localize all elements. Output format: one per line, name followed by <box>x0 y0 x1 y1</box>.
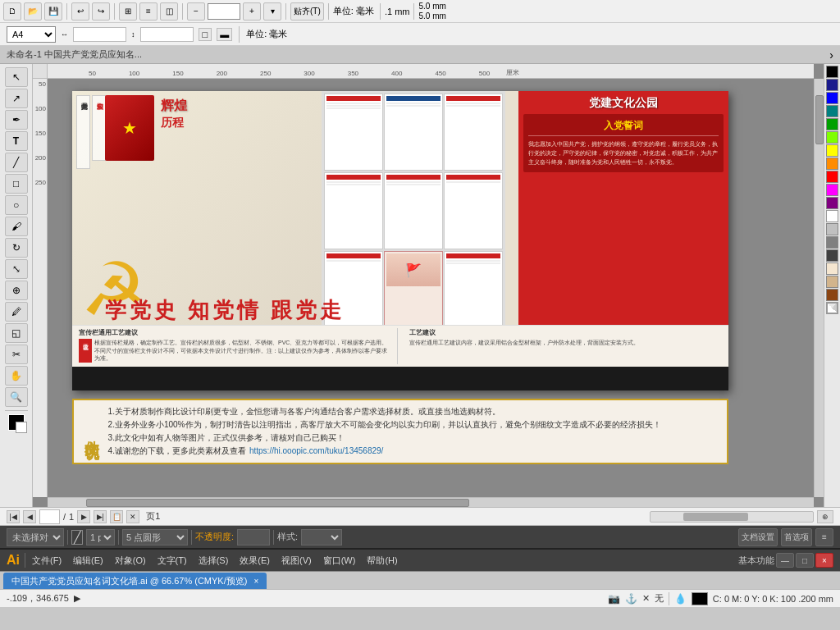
coords-triangle[interactable]: ▶ <box>74 593 80 604</box>
align-btn[interactable]: ≡ <box>139 2 158 21</box>
color-magenta[interactable] <box>826 184 838 196</box>
color-navy[interactable] <box>826 79 838 91</box>
color-red[interactable] <box>826 171 838 183</box>
page-label: 页1 <box>146 510 160 523</box>
delete-page-btn[interactable]: ✕ <box>126 510 139 523</box>
color-cream[interactable] <box>826 262 838 275</box>
props-bar: 未选择对象 ╱ 1 pt 5 点圆形 不透明度: 100% 样式: 文档设置 首… <box>0 525 840 548</box>
menu-view[interactable]: 视图(V) <box>276 551 317 569</box>
select-tool[interactable]: ↖ <box>5 67 28 87</box>
scale-tool[interactable]: ⤡ <box>5 259 28 279</box>
ruler-tick: 100 <box>129 70 139 77</box>
save-btn[interactable]: 💾 <box>44 2 62 21</box>
color-tan[interactable] <box>826 276 838 288</box>
color-teal[interactable] <box>826 105 838 117</box>
ellipse-tool[interactable]: ○ <box>5 195 28 215</box>
preferences-btn[interactable]: 首选项 <box>781 528 812 546</box>
no-color-swatch[interactable] <box>826 302 838 314</box>
eyedropper-tool[interactable]: 🖉 <box>5 302 28 322</box>
color-lime[interactable] <box>826 131 838 144</box>
color-black[interactable] <box>826 66 838 78</box>
vscroll-thumb[interactable] <box>815 95 824 144</box>
redo-btn[interactable]: ↪ <box>92 2 110 21</box>
opacity-input[interactable]: 100% <box>237 529 270 546</box>
color-green[interactable] <box>826 118 838 130</box>
color-orange[interactable] <box>826 158 838 170</box>
menu-select[interactable]: 选择(S) <box>194 551 234 569</box>
info-url[interactable]: https://hi.ooopic.com/tuku/13456829/ <box>249 445 383 458</box>
zoom-fit-btn[interactable]: ⊕ <box>817 510 833 523</box>
direct-select-tool[interactable]: ↗ <box>5 89 28 108</box>
scissors-tool[interactable]: ✂ <box>5 345 28 364</box>
color-gray[interactable] <box>826 236 838 249</box>
zoom-out-btn[interactable]: − <box>187 2 205 21</box>
current-page-input[interactable]: 1 <box>39 509 60 524</box>
color-white[interactable] <box>826 210 838 222</box>
expand-icon[interactable]: › <box>829 48 833 62</box>
fill-color[interactable] <box>8 414 25 431</box>
zoom-in-btn[interactable]: + <box>243 2 261 21</box>
rotate-tool[interactable]: ↻ <box>5 238 28 258</box>
minimize-btn[interactable]: — <box>776 553 794 568</box>
hscroll-thumb[interactable] <box>86 499 469 507</box>
hscrollbar[interactable] <box>48 497 814 507</box>
next-page-btn[interactable]: ▶ <box>77 510 90 523</box>
color-silver[interactable] <box>826 223 838 235</box>
brush-select[interactable]: 5 点圆形 <box>122 529 188 546</box>
transform-btn[interactable]: ⊞ <box>119 2 137 21</box>
menu-text[interactable]: 文字(T) <box>153 551 192 569</box>
page-height-input[interactable]: 297.0 mm <box>140 27 194 42</box>
vscrollbar[interactable] <box>814 79 824 497</box>
color-purple[interactable] <box>826 197 838 209</box>
menu-edit[interactable]: 编辑(E) <box>68 551 108 569</box>
line-tool[interactable]: ╱ <box>5 153 28 172</box>
color-dark-gray[interactable] <box>826 249 838 262</box>
menu-btn[interactable]: ≡ <box>815 528 833 546</box>
maximize-btn[interactable]: □ <box>796 553 814 568</box>
info-content-block: 1.关于材质制作商比设计印刷更专业，金恒您请与各客户沟通结合客户需求选择材质。或… <box>108 405 719 458</box>
color-blue[interactable] <box>826 92 838 104</box>
close-btn[interactable]: × <box>815 553 833 568</box>
zoom-tool[interactable]: 🔍 <box>5 387 28 407</box>
new-btn[interactable]: 🗋 <box>3 2 21 21</box>
orient-landscape[interactable]: □ <box>199 28 212 41</box>
blend-tool[interactable]: ⊕ <box>5 281 28 300</box>
last-page-btn[interactable]: ▶| <box>94 510 107 523</box>
prev-page-btn[interactable]: ◀ <box>23 510 36 523</box>
style-select[interactable] <box>301 529 342 546</box>
ruler-tick: 50 <box>89 70 96 77</box>
page-width-input[interactable]: 210.0 mm <box>73 27 126 42</box>
paper-size-select[interactable]: A4 <box>7 26 56 43</box>
undo-btn[interactable]: ↩ <box>71 2 89 21</box>
history-label: 辉煌 <box>161 98 187 115</box>
open-btn[interactable]: 📂 <box>24 2 42 21</box>
stroke-size-select[interactable]: 1 pt <box>86 529 115 546</box>
color-brown[interactable] <box>826 289 838 301</box>
menu-effect[interactable]: 效果(E) <box>235 551 275 569</box>
type-tool[interactable]: T <box>5 131 28 151</box>
menu-object[interactable]: 对象(O) <box>110 551 151 569</box>
menu-help[interactable]: 帮助(H) <box>362 551 402 569</box>
hand-tool[interactable]: ✋ <box>5 366 28 386</box>
zoom-dropdown-btn[interactable]: ▾ <box>263 2 281 21</box>
rect-tool[interactable]: □ <box>5 174 28 194</box>
panel-line <box>326 181 381 183</box>
menu-file[interactable]: 文件(F) <box>27 551 66 569</box>
doc-settings-btn[interactable]: 文档设置 <box>738 528 778 546</box>
file-tab-close[interactable]: × <box>253 577 258 586</box>
color-yellow[interactable] <box>826 144 838 157</box>
orient-portrait[interactable]: ▬ <box>217 28 232 41</box>
brush-tool[interactable]: 🖌 <box>5 217 28 236</box>
object-type-select[interactable]: 未选择对象 <box>7 528 64 546</box>
gradient-tool[interactable]: ◱ <box>5 323 28 343</box>
zoom-input[interactable]: 34% <box>208 3 240 20</box>
hscroll-indicator[interactable] <box>650 511 814 523</box>
add-page-btn[interactable]: 📋 <box>110 510 123 523</box>
pen-tool[interactable]: ✒ <box>5 110 28 130</box>
menu-window[interactable]: 窗口(W) <box>318 551 361 569</box>
snap-btn[interactable]: 贴齐(T) <box>290 2 324 21</box>
pathfinder-btn[interactable]: ◫ <box>160 2 178 21</box>
h-value: 5.0 mm <box>418 11 445 21</box>
file-tab[interactable]: 中国共产党党员应知名词文化墙.ai @ 66.67% (CMYK/预览) × <box>3 573 267 589</box>
first-page-btn[interactable]: |◀ <box>7 510 20 523</box>
